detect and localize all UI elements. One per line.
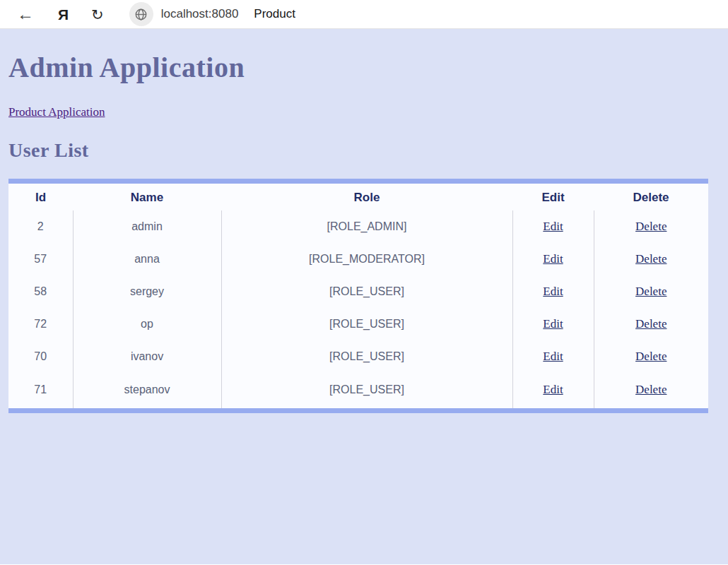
- url-text: localhost:8080: [161, 7, 239, 21]
- cell-edit: Edit: [512, 373, 594, 408]
- cell-edit: Edit: [512, 243, 594, 275]
- delete-link[interactable]: Delete: [635, 383, 667, 396]
- edit-link[interactable]: Edit: [543, 220, 563, 233]
- cell-id: 70: [8, 340, 73, 373]
- cell-edit: Edit: [512, 340, 594, 373]
- cell-role: [ROLE_MODERATOR]: [221, 243, 512, 275]
- delete-link[interactable]: Delete: [635, 317, 667, 331]
- app-title: Admin Application: [8, 51, 728, 84]
- user-table: Id Name Role Edit Delete 2 admin [ROLE_A…: [8, 184, 708, 408]
- table-bottom-bar: [8, 408, 708, 413]
- refresh-icon[interactable]: ↻: [91, 7, 104, 22]
- user-table-container: Id Name Role Edit Delete 2 admin [ROLE_A…: [8, 179, 708, 413]
- cell-name: admin: [73, 210, 221, 243]
- address-bar[interactable]: localhost:8080 Product: [129, 2, 295, 26]
- edit-link[interactable]: Edit: [543, 252, 563, 266]
- cell-edit: Edit: [512, 210, 594, 243]
- edit-link[interactable]: Edit: [543, 285, 563, 298]
- cell-delete: Delete: [594, 340, 708, 373]
- cell-name: sergey: [73, 275, 221, 308]
- yandex-browser-icon[interactable]: Я: [58, 7, 69, 22]
- cell-id: 58: [8, 275, 73, 308]
- table-row: 2 admin [ROLE_ADMIN] Edit Delete: [8, 210, 708, 243]
- header-role: Role: [221, 184, 512, 210]
- table-header-row: Id Name Role Edit Delete: [8, 184, 708, 210]
- cell-name: ivanov: [73, 340, 221, 373]
- header-name: Name: [73, 184, 221, 210]
- edit-link[interactable]: Edit: [543, 383, 563, 396]
- delete-link[interactable]: Delete: [635, 285, 667, 298]
- header-id: Id: [8, 184, 73, 210]
- page-content: Admin Application Product Application Us…: [0, 29, 728, 564]
- user-table-body: 2 admin [ROLE_ADMIN] Edit Delete 57 anna…: [8, 210, 708, 408]
- cell-delete: Delete: [594, 275, 708, 308]
- delete-link[interactable]: Delete: [635, 252, 667, 266]
- page-title-text: Product: [254, 7, 295, 21]
- cell-edit: Edit: [512, 275, 594, 308]
- delete-link[interactable]: Delete: [635, 220, 667, 233]
- table-row: 71 stepanov [ROLE_USER] Edit Delete: [8, 373, 708, 408]
- cell-id: 57: [8, 243, 73, 275]
- product-application-link[interactable]: Product Application: [8, 105, 105, 119]
- back-icon[interactable]: ←: [17, 6, 34, 23]
- cell-id: 2: [8, 210, 73, 243]
- table-row: 70 ivanov [ROLE_USER] Edit Delete: [8, 340, 708, 373]
- edit-link[interactable]: Edit: [543, 350, 563, 363]
- edit-link[interactable]: Edit: [543, 317, 563, 331]
- header-delete: Delete: [594, 184, 708, 210]
- cell-delete: Delete: [594, 373, 708, 408]
- cell-id: 72: [8, 308, 73, 340]
- cell-name: stepanov: [73, 373, 221, 408]
- cell-role: [ROLE_USER]: [221, 308, 512, 340]
- cell-delete: Delete: [594, 308, 708, 340]
- delete-link[interactable]: Delete: [635, 350, 667, 363]
- cell-role: [ROLE_USER]: [221, 275, 512, 308]
- cell-name: anna: [73, 243, 221, 275]
- table-row: 58 sergey [ROLE_USER] Edit Delete: [8, 275, 708, 308]
- cell-edit: Edit: [512, 308, 594, 340]
- table-top-bar: [8, 179, 708, 184]
- section-title: User List: [8, 139, 728, 162]
- table-row: 57 anna [ROLE_MODERATOR] Edit Delete: [8, 243, 708, 275]
- table-row: 72 op [ROLE_USER] Edit Delete: [8, 308, 708, 340]
- header-edit: Edit: [512, 184, 594, 210]
- cell-delete: Delete: [594, 243, 708, 275]
- cell-id: 71: [8, 373, 73, 408]
- cell-role: [ROLE_ADMIN]: [221, 210, 512, 243]
- globe-icon: [134, 8, 148, 21]
- browser-toolbar: ← Я ↻ localhost:8080 Product: [0, 0, 728, 29]
- site-info-button[interactable]: [129, 2, 153, 26]
- cell-delete: Delete: [594, 210, 708, 243]
- cell-name: op: [73, 308, 221, 340]
- cell-role: [ROLE_USER]: [221, 373, 512, 408]
- cell-role: [ROLE_USER]: [221, 340, 512, 373]
